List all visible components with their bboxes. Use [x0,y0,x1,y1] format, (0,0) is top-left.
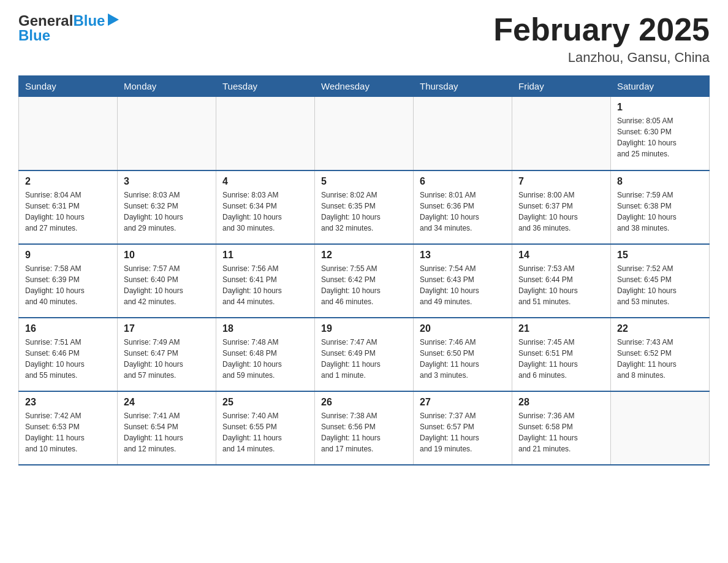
calendar-cell: 17Sunrise: 7:49 AM Sunset: 6:47 PM Dayli… [118,318,216,391]
calendar-cell: 9Sunrise: 7:58 AM Sunset: 6:39 PM Daylig… [19,244,118,318]
day-number: 22 [617,323,703,334]
day-number: 13 [420,250,506,261]
calendar-cell: 2Sunrise: 8:04 AM Sunset: 6:31 PM Daylig… [19,170,118,244]
day-info: Sunrise: 8:03 AM Sunset: 6:34 PM Dayligh… [222,190,308,234]
day-info: Sunrise: 7:41 AM Sunset: 6:54 PM Dayligh… [124,410,210,454]
day-number: 12 [321,250,407,261]
calendar-week-row: 2Sunrise: 8:04 AM Sunset: 6:31 PM Daylig… [19,170,710,244]
calendar-cell: 15Sunrise: 7:52 AM Sunset: 6:45 PM Dayli… [611,244,710,318]
weekday-header-tuesday: Tuesday [216,76,315,97]
day-number: 21 [518,323,604,334]
day-number: 4 [222,176,308,187]
day-number: 7 [518,176,604,187]
day-number: 17 [124,323,210,334]
weekday-header-thursday: Thursday [414,76,512,97]
calendar-cell: 14Sunrise: 7:53 AM Sunset: 6:44 PM Dayli… [512,244,611,318]
day-number: 9 [25,250,111,261]
calendar-cell: 12Sunrise: 7:55 AM Sunset: 6:42 PM Dayli… [315,244,414,318]
logo: General Blue Blue [18,12,119,44]
day-number: 16 [25,323,111,334]
day-info: Sunrise: 7:45 AM Sunset: 6:51 PM Dayligh… [518,337,604,381]
day-info: Sunrise: 7:59 AM Sunset: 6:38 PM Dayligh… [617,190,703,234]
calendar-cell [19,97,118,170]
day-number: 2 [25,176,111,187]
calendar-cell: 19Sunrise: 7:47 AM Sunset: 6:49 PM Dayli… [315,318,414,391]
weekday-header-sunday: Sunday [19,76,118,97]
calendar-cell: 27Sunrise: 7:37 AM Sunset: 6:57 PM Dayli… [414,391,512,465]
day-info: Sunrise: 8:05 AM Sunset: 6:30 PM Dayligh… [617,115,703,159]
day-number: 15 [617,250,703,261]
day-info: Sunrise: 7:49 AM Sunset: 6:47 PM Dayligh… [124,337,210,381]
calendar-table: SundayMondayTuesdayWednesdayThursdayFrid… [18,75,710,465]
logo-triangle-icon [108,13,119,26]
day-info: Sunrise: 7:48 AM Sunset: 6:48 PM Dayligh… [222,337,308,381]
day-number: 11 [222,250,308,261]
day-info: Sunrise: 7:57 AM Sunset: 6:40 PM Dayligh… [124,263,210,307]
day-info: Sunrise: 8:02 AM Sunset: 6:35 PM Dayligh… [321,190,407,234]
calendar-cell: 25Sunrise: 7:40 AM Sunset: 6:55 PM Dayli… [216,391,315,465]
day-number: 5 [321,176,407,187]
day-info: Sunrise: 7:55 AM Sunset: 6:42 PM Dayligh… [321,263,407,307]
day-info: Sunrise: 7:47 AM Sunset: 6:49 PM Dayligh… [321,337,407,381]
calendar-cell: 16Sunrise: 7:51 AM Sunset: 6:46 PM Dayli… [19,318,118,391]
calendar-cell: 21Sunrise: 7:45 AM Sunset: 6:51 PM Dayli… [512,318,611,391]
day-number: 27 [420,397,506,408]
calendar-cell: 26Sunrise: 7:38 AM Sunset: 6:56 PM Dayli… [315,391,414,465]
calendar-cell: 23Sunrise: 7:42 AM Sunset: 6:53 PM Dayli… [19,391,118,465]
weekday-header-monday: Monday [118,76,216,97]
calendar-cell: 20Sunrise: 7:46 AM Sunset: 6:50 PM Dayli… [414,318,512,391]
calendar-cell: 7Sunrise: 8:00 AM Sunset: 6:37 PM Daylig… [512,170,611,244]
day-number: 14 [518,250,604,261]
calendar-cell: 1Sunrise: 8:05 AM Sunset: 6:30 PM Daylig… [611,97,710,170]
month-title: February 2025 [493,12,710,47]
day-info: Sunrise: 7:58 AM Sunset: 6:39 PM Dayligh… [25,263,111,307]
calendar-week-row: 9Sunrise: 7:58 AM Sunset: 6:39 PM Daylig… [19,244,710,318]
day-info: Sunrise: 8:00 AM Sunset: 6:37 PM Dayligh… [518,190,604,234]
day-info: Sunrise: 7:42 AM Sunset: 6:53 PM Dayligh… [25,410,111,454]
location-title: Lanzhou, Gansu, China [493,50,710,66]
day-info: Sunrise: 8:04 AM Sunset: 6:31 PM Dayligh… [25,190,111,234]
weekday-header-saturday: Saturday [611,76,710,97]
day-number: 19 [321,323,407,334]
day-info: Sunrise: 7:43 AM Sunset: 6:52 PM Dayligh… [617,337,703,381]
weekday-header-wednesday: Wednesday [315,76,414,97]
calendar-week-row: 1Sunrise: 8:05 AM Sunset: 6:30 PM Daylig… [19,97,710,170]
calendar-cell: 13Sunrise: 7:54 AM Sunset: 6:43 PM Dayli… [414,244,512,318]
day-number: 20 [420,323,506,334]
calendar-cell: 6Sunrise: 8:01 AM Sunset: 6:36 PM Daylig… [414,170,512,244]
day-info: Sunrise: 7:36 AM Sunset: 6:58 PM Dayligh… [518,410,604,454]
calendar-cell: 4Sunrise: 8:03 AM Sunset: 6:34 PM Daylig… [216,170,315,244]
calendar-cell [611,391,710,465]
weekday-header-friday: Friday [512,76,611,97]
day-number: 3 [124,176,210,187]
day-info: Sunrise: 7:56 AM Sunset: 6:41 PM Dayligh… [222,263,308,307]
calendar-cell: 5Sunrise: 8:02 AM Sunset: 6:35 PM Daylig… [315,170,414,244]
day-number: 6 [420,176,506,187]
calendar-title-area: February 2025 Lanzhou, Gansu, China [493,12,710,66]
calendar-cell [118,97,216,170]
day-number: 18 [222,323,308,334]
day-number: 28 [518,397,604,408]
day-info: Sunrise: 7:37 AM Sunset: 6:57 PM Dayligh… [420,410,506,454]
weekday-header-row: SundayMondayTuesdayWednesdayThursdayFrid… [19,76,710,97]
calendar-cell: 24Sunrise: 7:41 AM Sunset: 6:54 PM Dayli… [118,391,216,465]
calendar-cell [216,97,315,170]
calendar-week-row: 16Sunrise: 7:51 AM Sunset: 6:46 PM Dayli… [19,318,710,391]
day-info: Sunrise: 7:46 AM Sunset: 6:50 PM Dayligh… [420,337,506,381]
logo-line2: Blue [18,27,50,44]
day-info: Sunrise: 7:54 AM Sunset: 6:43 PM Dayligh… [420,263,506,307]
calendar-cell: 18Sunrise: 7:48 AM Sunset: 6:48 PM Dayli… [216,318,315,391]
page-header: General Blue Blue February 2025 Lanzhou,… [18,12,710,66]
day-number: 24 [124,397,210,408]
day-info: Sunrise: 8:01 AM Sunset: 6:36 PM Dayligh… [420,190,506,234]
calendar-cell: 22Sunrise: 7:43 AM Sunset: 6:52 PM Dayli… [611,318,710,391]
svg-marker-0 [108,13,119,26]
day-info: Sunrise: 7:38 AM Sunset: 6:56 PM Dayligh… [321,410,407,454]
day-info: Sunrise: 8:03 AM Sunset: 6:32 PM Dayligh… [124,190,210,234]
calendar-cell [315,97,414,170]
day-info: Sunrise: 7:52 AM Sunset: 6:45 PM Dayligh… [617,263,703,307]
calendar-cell: 10Sunrise: 7:57 AM Sunset: 6:40 PM Dayli… [118,244,216,318]
logo-blue-text: Blue [73,12,119,29]
calendar-cell: 28Sunrise: 7:36 AM Sunset: 6:58 PM Dayli… [512,391,611,465]
calendar-cell [512,97,611,170]
